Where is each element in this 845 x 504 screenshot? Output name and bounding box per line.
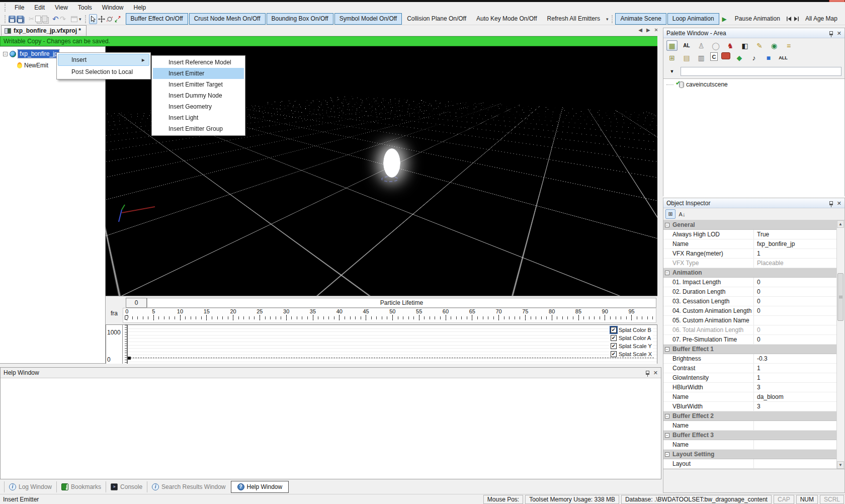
property-row[interactable]: 07. Pre-Simulation Time 0 [663, 335, 837, 345]
bottom-tab[interactable]: ? Help Window [231, 481, 289, 493]
property-row[interactable]: 05. Custom Animation Name [663, 316, 837, 325]
category-collapse-icon[interactable]: − [665, 271, 669, 275]
property-row[interactable]: Name da_bloom [663, 392, 837, 402]
property-value[interactable]: 3 [754, 402, 837, 411]
property-value[interactable]: 0 [754, 297, 837, 306]
property-row[interactable]: VFX Range(meter) 1 [663, 249, 837, 259]
property-value[interactable] [714, 450, 837, 459]
property-row[interactable]: 01. Impact Length 0 [663, 278, 837, 287]
bottom-tab[interactable]: Bookmarks [56, 481, 106, 492]
all-label-icon[interactable]: ALL [778, 52, 789, 63]
timeline-ruler[interactable]: 05101520253035404550556065707580859095 [123, 308, 656, 323]
palette-item-label[interactable]: caveincutscene [686, 81, 728, 88]
quill-icon[interactable]: ✎ [754, 40, 765, 51]
menu-item[interactable]: Tools [73, 3, 97, 13]
property-row[interactable]: VBlurWidth 3 [663, 402, 837, 411]
property-row[interactable]: − Layout Setting [663, 450, 837, 459]
context-menu-item[interactable]: Insert ▶ [58, 54, 149, 66]
property-value[interactable] [754, 316, 837, 325]
area-book-icon[interactable]: ▦ [666, 40, 678, 51]
submenu-item[interactable]: Insert Emitter Target [153, 79, 244, 90]
toolbar-button[interactable]: Auto Key Mode On/Off [471, 13, 542, 25]
person-icon[interactable]: ♙ [696, 40, 707, 51]
move-tool-icon[interactable] [98, 14, 105, 24]
legend-checkbox[interactable]: ✔ [611, 327, 617, 333]
save-all-icon[interactable] [17, 14, 24, 24]
toggle-button[interactable]: Crust Node Mesh On/Off [189, 13, 266, 25]
legend-checkbox[interactable]: ✔ [611, 351, 617, 357]
submenu-item[interactable]: Insert Reference Model [153, 57, 244, 68]
property-row[interactable]: − General [663, 220, 837, 230]
cube-icon[interactable]: ■ [763, 52, 774, 63]
submenu-item[interactable]: Insert Dummy Node [153, 90, 244, 101]
property-value[interactable] [695, 220, 837, 229]
close-panel-icon[interactable]: ✕ [837, 31, 841, 36]
scale-tool-icon[interactable] [114, 14, 121, 24]
speech-bubble-icon[interactable]: ◯ [710, 40, 721, 51]
context-menu-item[interactable]: Post Selection to Local [58, 66, 149, 78]
property-row[interactable]: − Buffer Effect 3 [663, 431, 837, 440]
menu-item[interactable]: File [10, 3, 29, 13]
menu-item[interactable]: View [50, 3, 73, 13]
pin-icon[interactable] [646, 371, 649, 375]
property-row[interactable]: − Buffer Effect 2 [663, 411, 837, 421]
property-row[interactable]: 04. Custom Animation Length 0 [663, 306, 837, 316]
refresh-dropdown-icon[interactable]: ▾ [606, 17, 609, 22]
bottom-tab[interactable]: i Search Results Window [147, 481, 230, 492]
properties-icon[interactable] [71, 14, 77, 24]
property-row[interactable]: Name fxp_bonfire_jp [663, 239, 837, 249]
text-label-icon[interactable]: AL [681, 40, 692, 51]
skip-to-start-icon[interactable] [786, 14, 792, 24]
property-row[interactable]: Layout [663, 459, 837, 469]
property-row[interactable]: − Buffer Effect 1 [663, 345, 837, 354]
property-value[interactable] [714, 431, 837, 440]
category-collapse-icon[interactable]: − [665, 452, 669, 457]
scrollbar-thumb[interactable] [837, 273, 843, 321]
redo-icon[interactable]: ↷ [59, 14, 66, 24]
globe-icon[interactable]: ◉ [769, 40, 780, 51]
cut-icon[interactable]: ✂ [29, 14, 34, 24]
property-value[interactable] [754, 440, 837, 449]
categorized-view-icon[interactable]: ⊞ [665, 209, 675, 219]
menu-item[interactable]: Window [97, 3, 129, 13]
document-tab[interactable]: fxp_bonfire_jp.vfxproj * [1, 25, 87, 36]
property-row[interactable]: VFX Type Placeable [663, 259, 837, 268]
property-value[interactable]: 0 [754, 335, 837, 344]
property-value[interactable]: Placeable [754, 259, 837, 268]
property-row[interactable]: Always High LOD True [663, 230, 837, 239]
scroll-up-icon[interactable]: ▲ [837, 220, 844, 228]
table-icon[interactable]: ⊞ [666, 52, 678, 63]
category-collapse-icon[interactable]: − [665, 433, 669, 438]
menu-item[interactable]: Edit [29, 3, 50, 13]
property-value[interactable]: 0 [754, 306, 837, 315]
property-row[interactable]: 06. Total Animation Length 0 [663, 325, 837, 335]
property-row[interactable]: HBlurWidth 3 [663, 383, 837, 392]
property-value[interactable]: 3 [754, 383, 837, 392]
property-value[interactable] [714, 345, 837, 354]
rock-icon[interactable] [721, 52, 730, 59]
sort-alphabetical-icon[interactable]: A↓ [677, 209, 687, 219]
palette-filter-dropdown-icon[interactable]: ▼ [666, 67, 678, 76]
property-value[interactable] [702, 268, 837, 277]
scroll-down-icon[interactable]: ▼ [837, 461, 844, 469]
tab-scroll-left-icon[interactable]: ◀ [638, 27, 642, 33]
tree-root-label[interactable]: fxp_bonfire_jp [18, 50, 59, 58]
property-value[interactable]: 1 [754, 364, 837, 373]
current-frame-input[interactable]: 0 [126, 298, 147, 308]
palette-search-input[interactable] [681, 67, 841, 76]
undo-icon[interactable]: ↶ [52, 14, 59, 24]
coins-icon[interactable]: ≡ [783, 40, 794, 51]
copy-icon[interactable] [35, 14, 41, 24]
pin-icon[interactable] [829, 201, 833, 205]
legend-checkbox[interactable]: ✔ [611, 343, 617, 349]
save-icon[interactable] [9, 14, 16, 24]
toolbar-button[interactable]: Collision Plane On/Off [402, 13, 471, 25]
property-value[interactable]: 1 [754, 373, 837, 382]
collapse-icon[interactable]: − [3, 52, 8, 56]
legend-checkbox[interactable]: ✔ [611, 335, 617, 341]
curve-editor[interactable]: ✔ Splat Color B ✔ Splat Color A ✔ Splat … [127, 324, 657, 364]
toolbar-grip[interactable] [5, 15, 6, 23]
animation-button[interactable]: Animate Scene [615, 13, 666, 25]
menu-item[interactable]: Help [129, 3, 151, 13]
property-value[interactable]: fxp_bonfire_jp [754, 239, 837, 248]
